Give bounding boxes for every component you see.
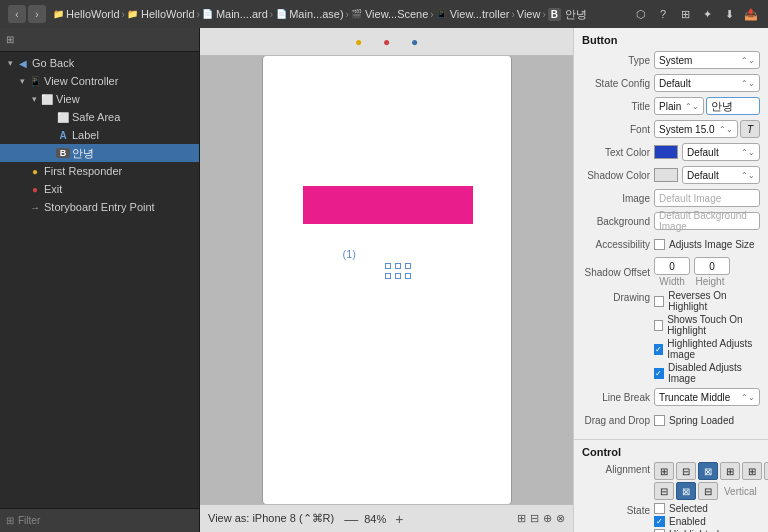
pink-button[interactable] (303, 186, 473, 224)
breadcrumb-item-7[interactable]: View (517, 8, 541, 20)
breadcrumb-item-1[interactable]: 📁 HelloWorld (52, 8, 120, 20)
nav-forward-button[interactable]: › (28, 5, 46, 23)
image-value[interactable]: Default Image (654, 189, 760, 207)
star-button[interactable]: ✦ (698, 5, 716, 23)
shows-touch-checkbox[interactable] (654, 320, 663, 331)
type-value[interactable]: System ⌃⌄ (654, 51, 760, 69)
device-frame: (1) (262, 56, 512, 504)
line-break-select[interactable]: Truncate Middle ⌃⌄ (654, 388, 760, 406)
highlighted-adjusts-checkbox[interactable]: ✓ (654, 344, 663, 355)
sidebar-item-exit[interactable]: ● Exit (0, 180, 199, 198)
zoom-plus-button[interactable]: + (390, 510, 408, 528)
right-panel: Button Type System ⌃⌄ State Config Defau… (573, 28, 768, 532)
help-button[interactable]: ? (654, 5, 672, 23)
selected-checkbox[interactable] (654, 503, 665, 514)
highlighted-adjusts-check-row[interactable]: ✓ Highlighted Adjusts Image (654, 338, 760, 360)
h-align-btn-6[interactable]: ⊞ (764, 462, 768, 480)
state-config-select[interactable]: Default ⌃⌄ (654, 74, 760, 92)
v-align-btn-3[interactable]: ⊟ (698, 482, 718, 500)
title-text-field[interactable]: 안녕 (706, 97, 760, 115)
h-align-btn-4[interactable]: ⊞ (720, 462, 740, 480)
adjusts-image-checkbox[interactable] (654, 239, 665, 250)
h-align-btn-5[interactable]: ⊞ (742, 462, 762, 480)
shadow-color-select[interactable]: Default ⌃⌄ (682, 166, 760, 184)
sidebar-item-view[interactable]: ▾ ⬜ View (0, 90, 199, 108)
shadow-color-swatch[interactable]: Default ⌃⌄ (654, 166, 760, 184)
font-row: Font System 15.0 ⌃⌄ T (582, 119, 760, 139)
zoom-minus-button[interactable]: — (342, 510, 360, 528)
breadcrumb-item-3[interactable]: 📄 Main....ard (202, 8, 268, 20)
font-select[interactable]: System 15.0 ⌃⌄ (654, 120, 738, 138)
font-label: Font (582, 124, 654, 135)
enabled-checkbox[interactable]: ✓ (654, 516, 665, 527)
sidebar-item-safe-area[interactable]: ⬜ Safe Area (0, 108, 199, 126)
h-align-btn-1[interactable]: ⊞ (654, 462, 674, 480)
breadcrumb-item-2[interactable]: 📁 HelloWorld (127, 8, 195, 20)
sidebar-item-first-responder[interactable]: ● First Responder (0, 162, 199, 180)
sidebar-item-annyeong[interactable]: B 안녕 (0, 144, 199, 162)
breadcrumb-item-4[interactable]: 📄 Main...ase) (275, 8, 343, 20)
breadcrumb-item-8[interactable]: B 안녕 (548, 7, 587, 22)
height-label: Height (692, 276, 728, 287)
disabled-adjusts-check-row[interactable]: ✓ Disabled Adjusts Image (654, 362, 760, 384)
accessibility-row: Accessibility Adjusts Image Size (582, 234, 760, 254)
canvas-btn-blue[interactable]: ● (405, 32, 425, 52)
enabled-check-row[interactable]: ✓ Enabled (654, 516, 760, 527)
background-field[interactable]: Default Background Image (654, 212, 760, 230)
sidebar-item-storyboard-entry[interactable]: → Storyboard Entry Point (0, 198, 199, 216)
sidebar-item-view-controller[interactable]: ▾ 📱 View Controller (0, 72, 199, 90)
bottom-icon-4[interactable]: ⊗ (556, 512, 565, 525)
reverses-check-row[interactable]: Reverses On Highlight (654, 290, 760, 312)
v-align-btn-1[interactable]: ⊟ (654, 482, 674, 500)
alignment-label: Alignment (582, 462, 654, 475)
spring-loaded-check-row[interactable]: Spring Loaded (654, 415, 760, 426)
v-align-row: ⊟ ⊠ ⊟ Vertical (654, 482, 768, 500)
breadcrumb-sep-7: › (542, 9, 545, 20)
bottom-icon-2[interactable]: ⊟ (530, 512, 539, 525)
shadow-offset-w-field[interactable]: 0 (654, 257, 690, 275)
shadow-color-box[interactable] (654, 168, 678, 182)
move-handle[interactable] (381, 254, 417, 290)
title-type-value[interactable]: Plain ⌃⌄ 안녕 (654, 97, 760, 115)
canvas-btn-red[interactable]: ● (377, 32, 397, 52)
image-field[interactable]: Default Image (654, 189, 760, 207)
breadcrumb-item-6[interactable]: 📱 View...troller (436, 8, 510, 20)
breadcrumb-item-5[interactable]: 🎬 View...Scene (351, 8, 428, 20)
shadow-offset-h-field[interactable]: 0 (694, 257, 730, 275)
text-color-box[interactable] (654, 145, 678, 159)
disabled-adjusts-checkbox[interactable]: ✓ (654, 368, 664, 379)
line-break-value[interactable]: Truncate Middle ⌃⌄ (654, 388, 760, 406)
width-label: Width (654, 276, 690, 287)
nav-back-button[interactable]: ‹ (8, 5, 26, 23)
sidebar-item-label[interactable]: A Label (0, 126, 199, 144)
spring-loaded-checkbox[interactable] (654, 415, 665, 426)
bottom-icon-1[interactable]: ⊞ (517, 512, 526, 525)
hex-action-button[interactable]: ⬡ (632, 5, 650, 23)
background-label: Background (582, 216, 654, 227)
adjusts-image-check-row[interactable]: Adjusts Image Size (654, 239, 760, 250)
selected-check-row[interactable]: Selected (654, 503, 760, 514)
title-type-arrow: ⌃⌄ (685, 102, 699, 111)
text-color-swatch[interactable]: Default ⌃⌄ (654, 143, 760, 161)
highlighted-adjusts-label: Highlighted Adjusts Image (667, 338, 760, 360)
h-align-btn-3[interactable]: ⊠ (698, 462, 718, 480)
h-align-btn-2[interactable]: ⊟ (676, 462, 696, 480)
v-align-btn-2[interactable]: ⊠ (676, 482, 696, 500)
down-button[interactable]: ⬇ (720, 5, 738, 23)
share-button[interactable]: 📤 (742, 5, 760, 23)
shows-touch-check-row[interactable]: Shows Touch On Highlight (654, 314, 760, 336)
canvas-btn-yellow[interactable]: ● (349, 32, 369, 52)
bottom-icon-3[interactable]: ⊕ (543, 512, 552, 525)
sidebar-item-go-back[interactable]: ▾ ◀ Go Back (0, 54, 199, 72)
background-value[interactable]: Default Background Image (654, 212, 760, 230)
type-select[interactable]: System ⌃⌄ (654, 51, 760, 69)
breadcrumb-sep-5: › (430, 9, 433, 20)
zoom-control: — 84% + (342, 510, 408, 528)
reverses-checkbox[interactable] (654, 296, 664, 307)
zoom-value: 84% (364, 513, 386, 525)
state-config-value[interactable]: Default ⌃⌄ (654, 74, 760, 92)
title-type-select[interactable]: Plain ⌃⌄ (654, 97, 704, 115)
grid-button[interactable]: ⊞ (676, 5, 694, 23)
font-t-button[interactable]: T (740, 120, 760, 138)
text-color-select[interactable]: Default ⌃⌄ (682, 143, 760, 161)
